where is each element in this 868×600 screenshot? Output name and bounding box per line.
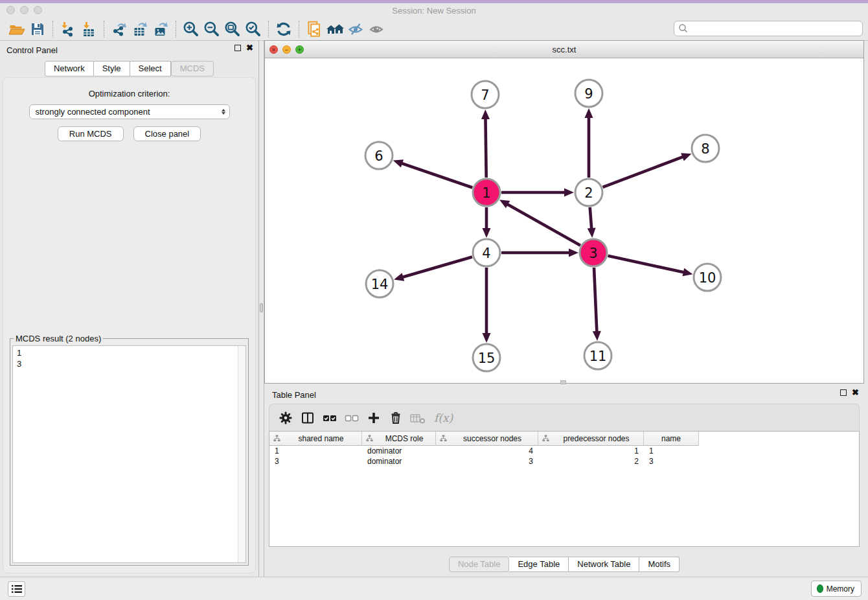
- memory-button[interactable]: Memory: [811, 581, 862, 597]
- table-cell[interactable]: 4: [436, 446, 538, 456]
- table-cell[interactable]: 3: [269, 456, 362, 467]
- close-panel-button[interactable]: Close panel: [133, 126, 201, 141]
- graph-node-4[interactable]: 4: [473, 239, 500, 266]
- splitter-handle[interactable]: [260, 303, 263, 312]
- zoom-in-icon: [182, 20, 200, 38]
- graph-node-6[interactable]: 6: [365, 142, 393, 169]
- hide-selected-button[interactable]: [345, 19, 366, 39]
- save-session-button[interactable]: [27, 19, 48, 39]
- mcds-result-list[interactable]: 13: [12, 345, 246, 563]
- run-mcds-button[interactable]: Run MCDS: [58, 126, 124, 141]
- arrowhead: [682, 268, 692, 277]
- tab-network[interactable]: Network: [45, 61, 94, 76]
- gear-icon: [279, 411, 293, 425]
- graph-node-15[interactable]: 15: [473, 344, 500, 371]
- unchecked-boxes-icon: [344, 411, 360, 425]
- graph-node-11[interactable]: 11: [584, 342, 611, 369]
- export-image-button[interactable]: [150, 19, 171, 39]
- table-cell[interactable]: 2: [538, 456, 644, 467]
- import-table-button[interactable]: [78, 19, 99, 39]
- search-input[interactable]: [689, 23, 862, 34]
- tab-style[interactable]: Style: [94, 61, 130, 76]
- search-box[interactable]: [674, 21, 863, 36]
- edge-1-7[interactable]: [485, 118, 486, 178]
- tab-select[interactable]: Select: [130, 61, 171, 76]
- create-column-button[interactable]: [364, 408, 383, 428]
- function-builder-button[interactable]: f(x): [430, 408, 459, 428]
- graph-node-3[interactable]: 3: [580, 239, 607, 266]
- zoom-selected-button[interactable]: [243, 19, 264, 39]
- table-cell[interactable]: 1: [538, 446, 644, 456]
- edge-3-10[interactable]: [608, 256, 684, 273]
- network-graph[interactable]: 1234678910111415: [265, 58, 863, 383]
- table-cell[interactable]: dominator: [362, 456, 436, 467]
- table-cell[interactable]: dominator: [362, 446, 436, 456]
- graph-node-14[interactable]: 14: [366, 270, 393, 297]
- table-cell[interactable]: 3: [436, 456, 538, 467]
- edge-2-8[interactable]: [603, 157, 684, 187]
- delete-table-button[interactable]: [408, 408, 428, 428]
- edge-1-6[interactable]: [401, 163, 472, 188]
- table-row[interactable]: 3dominator323: [269, 456, 859, 467]
- zoom-fit-button[interactable]: [222, 19, 243, 39]
- task-history-button[interactable]: [8, 581, 25, 597]
- memory-label: Memory: [827, 584, 854, 594]
- zoom-out-button[interactable]: [201, 19, 222, 39]
- criterion-selected-value: strongly connected component: [36, 107, 222, 117]
- edge-3-1[interactable]: [507, 204, 580, 246]
- canvas-splitter-handle[interactable]: [560, 380, 566, 384]
- node-label: 3: [589, 246, 597, 261]
- tab-mcds[interactable]: MCDS: [171, 61, 214, 76]
- toolbar-separator: [176, 21, 176, 38]
- graph-node-2[interactable]: 2: [575, 179, 602, 206]
- float-panel-icon[interactable]: [234, 45, 241, 51]
- close-table-panel-icon[interactable]: ✖: [852, 389, 859, 396]
- export-network-button[interactable]: [109, 19, 130, 39]
- first-neighbors-button[interactable]: [325, 19, 345, 39]
- vertical-splitter[interactable]: [258, 41, 264, 577]
- tab-network-table[interactable]: Network Table: [569, 557, 639, 572]
- table-cell[interactable]: 3: [644, 456, 699, 467]
- import-network-button[interactable]: [58, 19, 78, 39]
- graph-node-1[interactable]: 1: [473, 179, 500, 206]
- zoom-in-button[interactable]: [181, 19, 201, 39]
- column-header-MCDS-role[interactable]: MCDS role: [362, 432, 436, 446]
- graph-node-8[interactable]: 8: [692, 135, 719, 162]
- export-table-button[interactable]: [130, 19, 150, 39]
- select-all-columns-button[interactable]: [320, 408, 339, 428]
- criterion-select[interactable]: strongly connected component: [29, 104, 230, 119]
- float-table-panel-icon[interactable]: [840, 389, 847, 396]
- column-header-shared-name[interactable]: shared name: [269, 432, 362, 446]
- new-network-from-selection-button[interactable]: [304, 19, 325, 39]
- delete-column-button[interactable]: [386, 408, 405, 428]
- edge-3-11[interactable]: [594, 268, 597, 332]
- unselect-all-columns-button[interactable]: [342, 408, 361, 428]
- graph-node-7[interactable]: 7: [472, 81, 499, 108]
- tab-edge-table[interactable]: Edge Table: [509, 557, 569, 572]
- table-cell[interactable]: 1: [269, 446, 362, 456]
- column-header-successor-nodes[interactable]: successor nodes: [436, 432, 538, 446]
- edge-4-14[interactable]: [402, 257, 472, 277]
- result-scrollbar[interactable]: [238, 346, 246, 562]
- edge-2-3[interactable]: [590, 207, 592, 229]
- network-canvas[interactable]: 1234678910111415: [265, 58, 863, 383]
- tab-motifs[interactable]: Motifs: [639, 557, 680, 572]
- column-header-predecessor-nodes[interactable]: predecessor nodes: [538, 432, 644, 446]
- node-label: 14: [371, 277, 389, 292]
- arrowhead: [483, 333, 491, 343]
- table-row[interactable]: 1dominator411: [269, 446, 859, 456]
- tab-node-table[interactable]: Node Table: [449, 557, 510, 572]
- refresh-layout-button[interactable]: [273, 19, 294, 39]
- node-table[interactable]: shared nameMCDS rolesuccessor nodesprede…: [269, 431, 860, 547]
- column-header-name[interactable]: name: [644, 432, 699, 446]
- show-all-button[interactable]: [366, 19, 387, 39]
- show-column-panel-button[interactable]: [298, 408, 317, 428]
- table-cell[interactable]: 1: [644, 446, 699, 456]
- graph-node-10[interactable]: 10: [694, 264, 721, 291]
- graph-node-9[interactable]: 9: [575, 80, 602, 107]
- table-settings-button[interactable]: [276, 408, 295, 428]
- open-file-button[interactable]: [6, 19, 27, 39]
- network-window-titlebar[interactable]: × − + scc.txt: [265, 41, 863, 58]
- close-panel-icon[interactable]: ✖: [246, 45, 253, 51]
- arrowhead: [393, 159, 404, 167]
